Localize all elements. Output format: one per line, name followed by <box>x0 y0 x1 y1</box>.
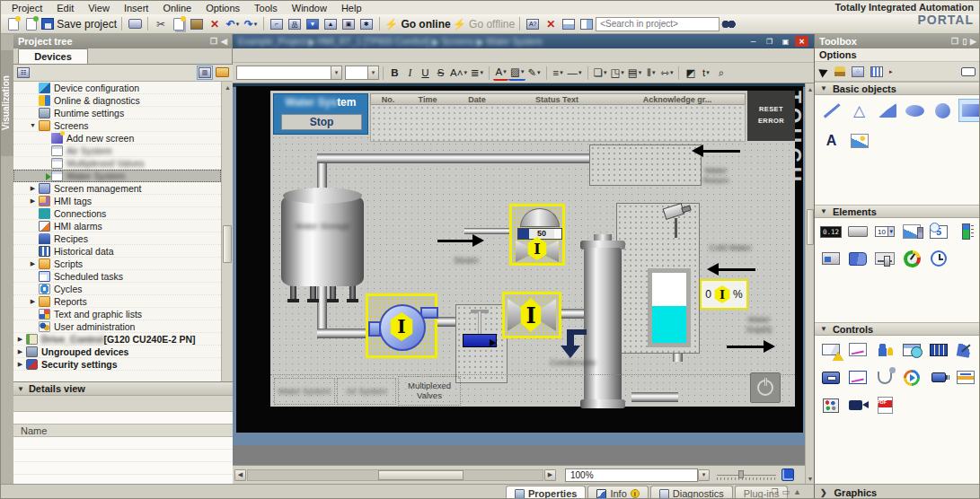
percent-display-selected[interactable]: 0 I % <box>700 279 748 310</box>
download-to-device-button[interactable]: ▼ <box>305 16 321 32</box>
paste-button[interactable] <box>189 16 205 32</box>
tree-item-runtime-settings[interactable]: Runtime settings <box>13 107 221 119</box>
stamp-tool-icon[interactable] <box>834 66 845 76</box>
expander-collapsed-icon[interactable]: ▶ <box>28 197 38 205</box>
zoom-slider-thumb[interactable] <box>738 470 744 478</box>
polyline-tool-icon[interactable]: △ <box>848 100 870 121</box>
control-valve-selected[interactable]: 50 I <box>509 204 565 266</box>
go-offline-button[interactable]: ⚡ Go offline <box>453 16 515 32</box>
undo-dropdown[interactable]: ▾ <box>236 21 240 28</box>
text-field-tool-icon[interactable]: A <box>820 130 843 152</box>
polygon-tool-icon[interactable] <box>876 100 898 121</box>
tree-item-drive-device[interactable]: ▶Drive_Control [G120 CU240E-2 PN] <box>13 333 221 346</box>
network-button[interactable]: 品 <box>287 16 303 32</box>
align-button[interactable]: ≣▾ <box>469 65 485 81</box>
alarm-view-header[interactable]: No. Time Date Status Text Acknowledge gr… <box>370 93 746 105</box>
menu-help[interactable]: Help <box>334 2 369 14</box>
cut-button[interactable]: ✂ <box>153 16 169 32</box>
fit-to-window-icon[interactable] <box>781 468 794 481</box>
level-sensor[interactable] <box>662 204 693 241</box>
accessible-devices-button[interactable]: A? <box>525 16 541 32</box>
split-vertical-button[interactable] <box>578 16 595 32</box>
pdf-view-control-icon[interactable]: PDF <box>874 396 896 415</box>
graphic-io-field-tool-icon[interactable] <box>901 223 923 241</box>
maximize-editor-icon[interactable]: ▣ <box>779 36 792 47</box>
tree-item-reports[interactable]: ▶Reports <box>13 295 221 308</box>
diagnostics-control-icon[interactable] <box>874 368 896 387</box>
system-diagnose-control-icon[interactable] <box>955 368 976 387</box>
font-size-up-button[interactable]: A˄▾ <box>448 65 469 81</box>
menu-project[interactable]: Project <box>4 2 49 14</box>
expander-collapsed-icon[interactable]: ▶ <box>28 298 38 305</box>
symbolic-io-field-tool-icon[interactable]: 10 <box>874 223 896 241</box>
pump-selected[interactable]: I <box>366 293 437 358</box>
zoom-level-select[interactable]: 100% <box>565 468 698 482</box>
redo-dropdown[interactable]: ▾ <box>254 21 258 28</box>
nav-multiplexed-valves-button[interactable]: Multiplexed Valves <box>398 376 461 406</box>
bar-tool-icon[interactable] <box>955 223 976 241</box>
redo-button[interactable]: ↷▾ <box>243 16 259 32</box>
scroll-right-icon[interactable]: ▶ <box>544 469 556 481</box>
basic-objects-section-header[interactable]: ▼ Basic objects <box>815 82 980 95</box>
editor-horizontal-scrollbar[interactable]: ◀ ▶ 100% ▾ <box>233 465 805 484</box>
tree-item-screen-management[interactable]: ▶Screen management <box>13 182 221 195</box>
tab-info[interactable]: Info i <box>587 486 648 499</box>
zoom-selection-button[interactable]: ⌕ <box>713 65 728 81</box>
tree-filter-icon[interactable]: ☷ <box>17 67 30 78</box>
flow-arrow-left[interactable] <box>712 268 755 271</box>
pipe[interactable] <box>464 228 511 234</box>
strikethrough-button[interactable]: S <box>433 65 448 81</box>
zoom-dropdown-icon[interactable]: ▾ <box>698 469 710 481</box>
camera-view-control-icon[interactable] <box>847 396 869 415</box>
line-weight-button[interactable]: —▾ <box>566 65 584 81</box>
expander-expanded-icon[interactable]: ▼ <box>28 122 38 128</box>
html-browser-control-icon[interactable] <box>901 340 923 359</box>
editor-vertical-scrollbar[interactable]: ▲ ▼ <box>805 83 814 484</box>
controls-section-header[interactable]: ▼ Controls <box>815 322 980 336</box>
tree-item-cycles[interactable]: Cycles <box>13 283 221 295</box>
rectangle-tool-icon[interactable] <box>959 100 980 121</box>
tree-item-multiplexed-valves-screen[interactable]: Multiplexed Valves <box>13 157 221 170</box>
menu-options[interactable]: Options <box>199 2 247 14</box>
hmi-screen[interactable]: Water System Stop No. Time Date Status T… <box>270 91 795 407</box>
tree-scroll-thumb[interactable] <box>223 225 232 263</box>
print-button[interactable] <box>127 16 143 32</box>
cross-reference-button[interactable]: ✕ <box>543 16 559 32</box>
archive-control-icon[interactable] <box>820 368 842 387</box>
level-tank[interactable] <box>648 268 691 347</box>
screen-title-panel[interactable]: Water System Stop <box>273 93 368 135</box>
date-time-field-tool-icon[interactable]: 5 <box>928 223 949 241</box>
rotate-button[interactable]: ◳▾ <box>608 65 625 81</box>
ellipse-tool-icon[interactable] <box>904 100 926 121</box>
zoom-slider[interactable] <box>717 469 776 481</box>
text-mode-button[interactable]: t▾ <box>698 65 713 81</box>
collapse-panel-icon[interactable]: ◀ <box>221 37 227 46</box>
pin-panel-icon[interactable]: ❐ <box>210 37 217 46</box>
font-size-select[interactable]: ▾ <box>345 66 379 80</box>
tree-item-recipes[interactable]: Recipes <box>13 232 221 245</box>
trend-view-control-icon[interactable] <box>847 340 869 359</box>
minimize-inspector-icon[interactable]: ▭ <box>782 487 790 496</box>
flow-arrow-right[interactable] <box>437 240 479 242</box>
tree-item-air-system-screen[interactable]: Air System <box>13 144 221 157</box>
expand-panel-icon[interactable]: ▶ <box>970 37 976 46</box>
start-runtime-button[interactable]: ▣ <box>340 16 357 32</box>
tree-item-connections[interactable]: Connections <box>13 207 221 220</box>
menu-insert[interactable]: Insert <box>117 2 156 14</box>
column-view-icon[interactable]: ▥ <box>199 67 211 78</box>
dropdown-icon[interactable]: ▾ <box>331 66 341 79</box>
connect-button[interactable]: ⌐ <box>269 16 285 32</box>
symbol-library-tool-icon[interactable] <box>847 250 869 267</box>
dropdown-icon[interactable]: ▾ <box>367 66 378 79</box>
menu-tools[interactable]: Tools <box>247 2 285 14</box>
visualization-rail-tab[interactable]: Visualization <box>1 50 13 156</box>
open-project-button[interactable] <box>23 16 40 32</box>
devices-tab[interactable]: Devices <box>18 48 88 64</box>
clock-tool-icon[interactable] <box>928 250 949 267</box>
valve-selected[interactable]: I <box>502 292 561 338</box>
tree-item-ungrouped-devices[interactable]: ▶Ungrouped devices <box>13 346 221 358</box>
menu-edit[interactable]: Edit <box>49 2 81 14</box>
details-name-column-header[interactable]: Name <box>13 424 233 437</box>
alarm-view-body[interactable] <box>370 105 746 142</box>
tree-item-user-administration[interactable]: User administration <box>13 320 221 333</box>
